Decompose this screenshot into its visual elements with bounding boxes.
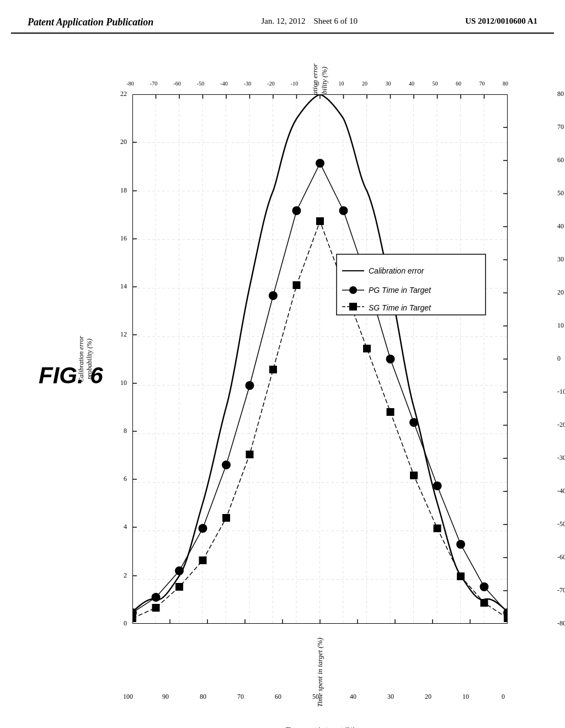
sg-point xyxy=(363,345,371,352)
pg-point xyxy=(339,206,348,215)
pg-point xyxy=(480,582,489,591)
bottom-axis-labels: 0 10 20 30 40 50 60 70 80 90 100 xyxy=(132,693,508,706)
publication-title: Patent Application Publication xyxy=(28,17,153,28)
sg-point xyxy=(434,524,441,532)
publication-date-sheet: Jan. 12, 2012 Sheet 6 of 10 xyxy=(261,17,358,26)
svg-rect-4 xyxy=(132,94,508,624)
bottom-axis-title: Time spent in target (%) xyxy=(132,725,508,728)
pg-point xyxy=(456,540,465,549)
chart-container: Calibration errorprobability (%) Calibra… xyxy=(99,61,552,690)
legend-square-sg xyxy=(349,303,357,311)
pg-point xyxy=(246,381,254,390)
page-header: Patent Application Publication Jan. 12, … xyxy=(11,11,554,34)
right-axis-labels: 80 70 60 50 40 30 20 10 0 -10 -20 -30 -4… xyxy=(555,94,565,624)
pg-point xyxy=(433,481,442,490)
left-axis-title: Calibration errorprobability (%) xyxy=(72,94,99,624)
pg-point xyxy=(199,524,207,533)
sg-point xyxy=(504,614,508,622)
page: Patent Application Publication Jan. 12, … xyxy=(0,0,565,728)
sg-point xyxy=(246,451,254,458)
sg-point xyxy=(481,599,488,607)
pg-point xyxy=(222,461,231,469)
pg-point xyxy=(386,355,395,363)
sg-point xyxy=(293,281,301,289)
sg-point xyxy=(316,217,324,225)
pg-point xyxy=(269,291,278,300)
legend-circle-pg xyxy=(349,286,357,294)
sg-point xyxy=(410,472,418,479)
sg-point xyxy=(222,514,230,522)
main-content: FIG. 6 Calibration errorprobability (%) … xyxy=(11,50,554,701)
sg-point xyxy=(132,614,136,622)
sg-point xyxy=(152,604,160,612)
sg-point xyxy=(175,583,183,591)
chart-area: Calibration error PG Time in Target SG T… xyxy=(132,94,508,624)
chart-svg: Calibration error PG Time in Target SG T… xyxy=(132,94,508,624)
sg-point xyxy=(457,572,465,580)
sg-point xyxy=(199,556,207,564)
legend-label-pg: PG Time in Target xyxy=(369,286,431,295)
pg-point xyxy=(152,593,161,602)
pg-point xyxy=(175,566,184,575)
pg-point xyxy=(409,418,418,427)
left-axis-labels: 22 20 18 16 14 12 10 8 6 4 2 0 xyxy=(99,94,130,624)
pg-point xyxy=(316,159,324,168)
pg-point xyxy=(292,206,301,215)
publication-number: US 2012/0010600 A1 xyxy=(465,17,537,26)
top-axis-labels: -80 -70 -60 -50 -40 -30 -20 -10 0 10 20 … xyxy=(132,81,508,94)
sg-point xyxy=(269,366,277,373)
legend-label-sg: SG Time in Target xyxy=(369,303,431,312)
sg-point xyxy=(387,408,395,416)
legend-label-calib: Calibration error xyxy=(369,266,425,275)
